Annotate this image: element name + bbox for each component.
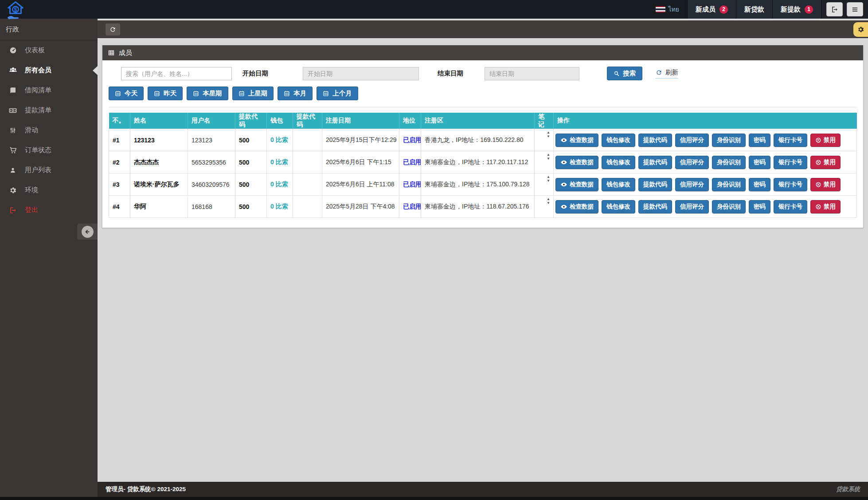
password-button[interactable]: 密码: [749, 156, 770, 169]
quick-today-button[interactable]: 今天: [109, 87, 144, 100]
gauge-icon: [8, 46, 18, 55]
quick-this-week-button[interactable]: 本星期: [187, 87, 228, 100]
identity-button[interactable]: 身份识别: [712, 178, 746, 191]
check-data-button[interactable]: 检查数据: [555, 178, 598, 191]
sidebar-item-all-members[interactable]: 所有会员: [0, 60, 98, 80]
identity-button[interactable]: 身份识别: [712, 134, 746, 147]
language-switcher[interactable]: ไทย: [648, 0, 687, 19]
settings-flap-button[interactable]: [853, 22, 868, 37]
note-spinner[interactable]: ▲▼: [547, 153, 550, 161]
disable-button[interactable]: 禁用: [810, 134, 841, 147]
credit-score-button[interactable]: 信用评分: [675, 200, 709, 213]
quick-last-week-button[interactable]: 上星期: [232, 87, 274, 100]
sidebar-item-environment[interactable]: 环境: [0, 180, 98, 200]
credit-score-button[interactable]: 信用评分: [675, 178, 709, 191]
spinner-down-icon[interactable]: ▼: [547, 179, 550, 183]
end-date-input[interactable]: [485, 67, 579, 80]
note-spinner[interactable]: ▲▼: [547, 175, 550, 183]
withdraw-code-button[interactable]: 提款代码: [638, 178, 672, 191]
password-button[interactable]: 密码: [749, 178, 770, 191]
quick-last-month-button[interactable]: 上个月: [317, 87, 358, 100]
disable-button[interactable]: 禁用: [810, 178, 841, 191]
search-button[interactable]: 搜索: [607, 67, 642, 80]
sidebar-menu: 仪表板 所有会员 借阅清单 提款清单 滑动 订单状态 用户列表 环境 登出: [0, 40, 98, 220]
withdraw-code-button[interactable]: 提款代码: [638, 156, 672, 169]
column-header-no: 不。: [109, 113, 130, 129]
action-label: 银行卡号: [778, 136, 802, 144]
actions-wrap: 检查数据钱包修改提款代码信用评分身份识别密码银行卡号禁用: [555, 178, 855, 191]
sidebar-item-label: 提款清单: [25, 106, 51, 114]
action-label: 检查数据: [570, 136, 594, 144]
check-data-button[interactable]: 检查数据: [555, 200, 598, 213]
credit-score-button[interactable]: 信用评分: [675, 134, 709, 147]
wallet-balance: 0 比索: [267, 129, 293, 151]
check-data-button[interactable]: 检查数据: [555, 156, 598, 169]
note-spinner[interactable]: ▲▼: [547, 197, 550, 205]
withdraw-code-button[interactable]: 提款代码: [638, 134, 672, 147]
note-spinner[interactable]: ▲▼: [547, 131, 550, 139]
spinner-down-icon[interactable]: ▼: [547, 135, 550, 139]
disable-button[interactable]: 禁用: [810, 200, 841, 213]
app-logo[interactable]: $: [0, 0, 98, 19]
menu-toggle-button[interactable]: [847, 2, 863, 16]
ban-icon: [815, 159, 821, 165]
column-header-name: 姓名: [130, 113, 188, 129]
table-row: #4 华阿 168168 500 0 比索 2025年5月28日 下午4:08 …: [109, 196, 857, 218]
gear-icon: [8, 186, 18, 194]
member-name: 123123: [130, 129, 188, 151]
bank-card-button[interactable]: 银行卡号: [774, 156, 807, 169]
spinner-down-icon[interactable]: ▼: [547, 157, 550, 161]
action-label: 信用评分: [680, 158, 704, 166]
actions-wrap: 检查数据钱包修改提款代码信用评分身份识别密码银行卡号禁用: [555, 134, 855, 147]
wallet-edit-button[interactable]: 钱包修改: [602, 200, 635, 213]
sidebar-collapse-button[interactable]: [77, 224, 98, 240]
withdraw-code-button[interactable]: 提款代码: [638, 200, 672, 213]
bank-card-button[interactable]: 银行卡号: [774, 200, 807, 213]
bank-card-button[interactable]: 银行卡号: [774, 134, 807, 147]
note-cell: ▲▼: [535, 129, 554, 151]
new-loans-button[interactable]: 新贷款: [736, 0, 772, 19]
sidebar-item-logout[interactable]: 登出: [0, 200, 98, 220]
sidebar-item-loan-list[interactable]: 借阅清单: [0, 80, 98, 100]
wallet-edit-button[interactable]: 钱包修改: [602, 134, 635, 147]
register-region-value: 香港九龙，IP地址：169.150.222.80: [421, 129, 535, 151]
sidebar-item-order-status[interactable]: 订单状态: [0, 140, 98, 160]
credit-score-button[interactable]: 信用评分: [675, 156, 709, 169]
quick-button-label: 上星期: [248, 89, 268, 98]
register-date-value: 2025年9月15日下午12:29: [322, 129, 399, 151]
identity-button[interactable]: 身份识别: [712, 200, 746, 213]
member-name: 华阿: [130, 196, 188, 218]
new-members-button[interactable]: 新成员 2: [687, 0, 736, 19]
calendar-icon: [284, 91, 290, 97]
action-label: 信用评分: [680, 181, 704, 189]
search-input[interactable]: [121, 67, 232, 80]
identity-button[interactable]: 身份识别: [712, 156, 746, 169]
password-button[interactable]: 密码: [749, 134, 770, 147]
refresh-link-label: 刷新: [665, 68, 678, 77]
wallet-edit-button[interactable]: 钱包修改: [602, 156, 635, 169]
password-button[interactable]: 密码: [749, 200, 770, 213]
quick-yesterday-button[interactable]: 昨天: [148, 87, 183, 100]
wallet-edit-button[interactable]: 钱包修改: [602, 178, 635, 191]
column-header-username: 用户名: [188, 113, 235, 129]
logout-top-button[interactable]: [826, 2, 843, 16]
sidebar-item-withdraw-list[interactable]: 提款清单: [0, 100, 98, 120]
page-refresh-button[interactable]: [106, 24, 120, 35]
start-date-label: 开始日期: [242, 69, 268, 78]
sidebar-item-slides[interactable]: 滑动: [0, 120, 98, 140]
spinner-down-icon[interactable]: ▼: [547, 201, 550, 205]
calendar-icon: [193, 91, 199, 97]
refresh-icon: [656, 69, 662, 76]
navbar-right-cluster: ไทย 新成员 2 新贷款 新提款 1: [648, 0, 868, 19]
quick-this-month-button[interactable]: 本月: [278, 87, 313, 100]
check-data-button[interactable]: 检查数据: [555, 134, 598, 147]
sidebar-item-user-list[interactable]: 用户列表: [0, 160, 98, 180]
bank-card-button[interactable]: 银行卡号: [774, 178, 807, 191]
refresh-link[interactable]: 刷新: [656, 68, 678, 79]
disable-button[interactable]: 禁用: [810, 156, 841, 169]
action-label: 钱包修改: [606, 158, 630, 166]
new-withdrawals-button[interactable]: 新提款 1: [772, 0, 821, 19]
row-number: #1: [109, 129, 130, 151]
start-date-input[interactable]: [303, 67, 419, 80]
sidebar-item-dashboard[interactable]: 仪表板: [0, 40, 98, 60]
